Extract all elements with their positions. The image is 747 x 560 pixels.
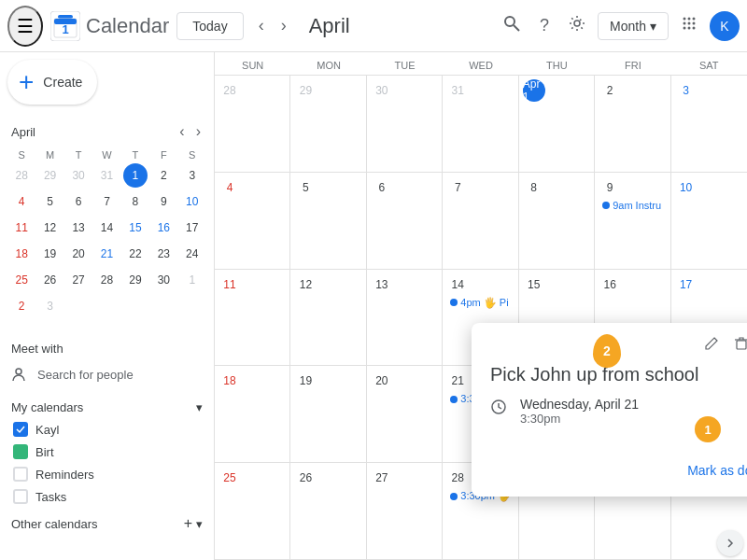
add-calendar-icon[interactable]: + bbox=[184, 515, 192, 532]
calendar-item-birthdays[interactable]: Birt bbox=[7, 441, 206, 463]
date-number[interactable]: 19 bbox=[294, 370, 317, 392]
cell-apr2[interactable]: 2 bbox=[595, 76, 670, 173]
cell-apr10[interactable]: 10 bbox=[671, 173, 747, 270]
cell-apr13[interactable]: 13 bbox=[367, 270, 443, 367]
mini-cal-day[interactable]: 10 bbox=[180, 189, 204, 214]
mini-cal-day[interactable]: 16 bbox=[151, 216, 176, 240]
mini-cal-day[interactable]: 5 bbox=[38, 189, 63, 214]
date-number[interactable]: 6 bbox=[371, 176, 393, 199]
cell-apr5[interactable]: 5 bbox=[290, 173, 366, 270]
date-number[interactable]: 20 bbox=[371, 370, 393, 392]
mini-cal-day[interactable]: 7 bbox=[94, 189, 119, 214]
cell-mar28[interactable]: 28 bbox=[215, 76, 290, 173]
mini-cal-day[interactable]: 29 bbox=[123, 268, 148, 292]
mini-cal-day[interactable]: 15 bbox=[123, 216, 148, 240]
mini-cal-day[interactable]: 13 bbox=[66, 216, 91, 240]
mini-cal-day[interactable]: 20 bbox=[66, 242, 91, 266]
date-number[interactable]: 25 bbox=[218, 467, 241, 489]
my-calendars-header[interactable]: My calendars ▾ bbox=[7, 397, 206, 418]
search-button[interactable] bbox=[495, 7, 529, 45]
mini-cal-day[interactable]: 3 bbox=[180, 163, 204, 188]
cell-apr27[interactable]: 27 bbox=[367, 463, 443, 560]
mini-cal-day[interactable]: 12 bbox=[38, 216, 63, 240]
mini-cal-day[interactable]: 26 bbox=[38, 268, 63, 292]
mini-cal-day[interactable]: 8 bbox=[123, 189, 148, 214]
mini-cal-day[interactable]: 30 bbox=[151, 268, 176, 292]
cell-mar29[interactable]: 29 bbox=[290, 76, 366, 173]
mini-cal-day[interactable]: 27 bbox=[66, 268, 91, 292]
mini-cal-next[interactable]: › bbox=[190, 119, 206, 144]
cell-apr1[interactable]: Apr 1 bbox=[519, 76, 595, 173]
mini-cal-day[interactable]: 21 bbox=[94, 242, 119, 266]
calendar-item-kayl[interactable]: Kayl bbox=[7, 418, 206, 441]
mini-cal-day[interactable]: 11 bbox=[9, 216, 34, 240]
mini-cal-day[interactable]: 6 bbox=[66, 189, 91, 214]
cell-apr7[interactable]: 7 bbox=[443, 173, 518, 270]
event-chip[interactable]: 9am Instru bbox=[599, 199, 666, 212]
mini-cal-day[interactable]: 17 bbox=[180, 216, 204, 240]
cell-apr4[interactable]: 4 bbox=[215, 173, 290, 270]
cell-apr6[interactable]: 6 bbox=[367, 173, 443, 270]
date-number[interactable]: 2 bbox=[599, 79, 621, 102]
mini-cal-day[interactable]: 14 bbox=[94, 216, 119, 240]
mini-cal-day[interactable]: 25 bbox=[9, 268, 34, 292]
mini-cal-day[interactable]: 28 bbox=[94, 268, 119, 292]
mini-cal-day[interactable]: 29 bbox=[38, 163, 63, 188]
scroll-button[interactable] bbox=[717, 530, 743, 556]
menu-button[interactable]: ☰ bbox=[7, 6, 43, 47]
date-number[interactable]: 10 bbox=[675, 176, 698, 199]
cell-apr11[interactable]: 11 bbox=[215, 270, 290, 367]
date-number[interactable]: 17 bbox=[675, 273, 698, 296]
date-number[interactable]: 15 bbox=[523, 273, 545, 296]
date-number[interactable]: 27 bbox=[371, 467, 393, 489]
cell-mar31[interactable]: 31 bbox=[443, 76, 518, 173]
cell-apr3[interactable]: 3 bbox=[671, 76, 747, 173]
date-number[interactable]: 8 bbox=[523, 176, 545, 199]
mini-cal-day[interactable]: 2 bbox=[9, 294, 34, 318]
mini-cal-day[interactable]: 31 bbox=[94, 163, 119, 188]
cell-mar30[interactable]: 30 bbox=[367, 76, 443, 173]
mini-cal-day[interactable]: 30 bbox=[66, 163, 91, 188]
cell-apr12[interactable]: 12 bbox=[290, 270, 366, 367]
date-number[interactable]: 11 bbox=[218, 273, 241, 296]
date-number[interactable]: 30 bbox=[371, 79, 393, 102]
calendar-item-reminders[interactable]: Reminders bbox=[7, 463, 206, 485]
mini-cal-day[interactable]: 4 bbox=[9, 189, 34, 214]
mini-cal-today[interactable]: 1 bbox=[123, 163, 148, 188]
cell-apr26[interactable]: 26 bbox=[290, 463, 366, 560]
today-button[interactable]: Today bbox=[176, 12, 243, 40]
date-number[interactable]: 31 bbox=[446, 79, 469, 102]
mini-cal-day[interactable]: 28 bbox=[9, 163, 34, 188]
cell-apr8[interactable]: 8 bbox=[519, 173, 595, 270]
next-arrow[interactable]: › bbox=[274, 10, 294, 41]
date-number-today[interactable]: Apr 1 bbox=[523, 79, 545, 102]
cell-apr20[interactable]: 20 bbox=[367, 366, 443, 463]
settings-button[interactable] bbox=[560, 7, 594, 45]
mini-cal-day[interactable]: 9 bbox=[151, 189, 176, 214]
mini-cal-day[interactable]: 19 bbox=[38, 242, 63, 266]
apps-button[interactable] bbox=[672, 7, 706, 45]
calendar-item-tasks[interactable]: Tasks bbox=[7, 485, 206, 508]
mini-cal-day[interactable]: 3 bbox=[38, 294, 63, 318]
date-number[interactable]: 28 bbox=[446, 467, 469, 489]
edit-event-button[interactable] bbox=[698, 330, 725, 360]
date-number[interactable]: 4 bbox=[218, 176, 241, 199]
date-number[interactable]: 21 bbox=[446, 370, 469, 392]
mini-cal-prev[interactable]: ‹ bbox=[174, 119, 190, 144]
date-number[interactable]: 13 bbox=[371, 273, 393, 296]
date-number[interactable]: 7 bbox=[446, 176, 469, 199]
create-button[interactable]: + Create bbox=[7, 60, 97, 105]
mini-cal-day[interactable]: 24 bbox=[180, 242, 204, 266]
mini-cal-day[interactable]: 18 bbox=[9, 242, 34, 266]
other-calendars-header[interactable]: Other calendars + ▾ bbox=[7, 511, 206, 536]
event-chip[interactable]: 4pm 🖐 Pi bbox=[446, 296, 514, 310]
mark-done-button[interactable]: Mark as done bbox=[676, 455, 747, 485]
cell-apr25[interactable]: 25 bbox=[215, 463, 290, 560]
date-number[interactable]: 14 bbox=[446, 273, 469, 296]
avatar[interactable]: K bbox=[710, 11, 740, 41]
date-number[interactable]: 18 bbox=[218, 370, 241, 392]
view-selector[interactable]: Month ▾ bbox=[598, 12, 669, 40]
search-people-button[interactable]: Search for people bbox=[7, 359, 206, 389]
mini-cal-day[interactable]: 23 bbox=[151, 242, 176, 266]
cell-apr9[interactable]: 9 9am Instru bbox=[595, 173, 670, 270]
